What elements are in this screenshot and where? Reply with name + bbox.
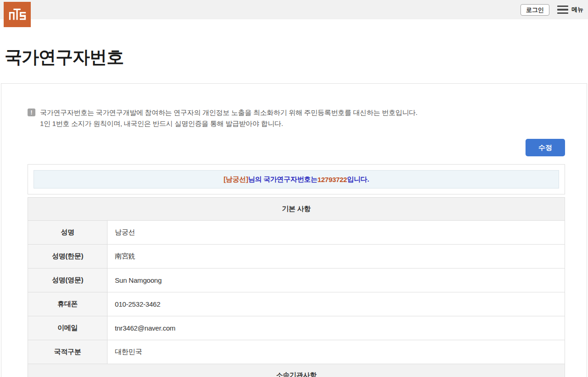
actions-row: 수정 <box>28 139 565 156</box>
researcher-number-message: [남궁선]님의 국가연구자번호는 12793722 입니다. <box>34 170 559 188</box>
row-value-name-hanja: 南宮銑 <box>107 245 565 268</box>
menu-button[interactable]: 메뉴 <box>557 6 583 14</box>
message-middle: 님의 국가연구자번호는 <box>248 175 317 184</box>
researcher-number: 12793722 <box>317 176 347 183</box>
row-label-name-english: 성명(영문) <box>28 268 107 292</box>
table-row: 성명(한문) 南宮銑 <box>28 245 565 268</box>
row-value-mobile: 010-2532-3462 <box>107 292 565 316</box>
info-notice: ! 국가연구자번호는 국가연구개발에 참여하는 연구자의 개인정보 노출을 최소… <box>28 107 565 129</box>
row-value-email: tnr3462@naver.com <box>107 316 565 340</box>
content-panel: ! 국가연구자번호는 국가연구개발에 참여하는 연구자의 개인정보 노출을 최소… <box>1 83 587 377</box>
ntis-logo[interactable] <box>4 2 31 27</box>
researcher-name: [남궁선] <box>224 175 249 184</box>
table-row: 국적구분 대한민국 <box>28 340 565 364</box>
login-button[interactable]: 로그인 <box>520 4 549 16</box>
hamburger-icon <box>557 6 568 14</box>
notice-text: 국가연구자번호는 국가연구개발에 참여하는 연구자의 개인정보 노출을 최소화하… <box>40 107 418 129</box>
menu-label: 메뉴 <box>571 6 583 14</box>
row-label-nationality: 국적구분 <box>28 340 107 364</box>
edit-button[interactable]: 수정 <box>526 139 565 156</box>
row-label-email: 이메일 <box>28 316 107 340</box>
row-label-name-hanja: 성명(한문) <box>28 245 107 268</box>
row-value-name-english: Sun Namgoong <box>107 268 565 292</box>
researcher-info-table: 기본 사항 성명 남궁선 성명(한문) 南宮銑 성명(영문) Sun Namgo… <box>28 197 565 377</box>
notice-line-2: 1인 1번호 소지가 원칙이며, 내국인은 반드시 실명인증을 통해 발급받아야… <box>40 118 418 129</box>
row-value-nationality: 대한민국 <box>107 340 565 364</box>
message-suffix: 입니다. <box>347 175 369 184</box>
notice-line-1: 국가연구자번호는 국가연구개발에 참여하는 연구자의 개인정보 노출을 최소화하… <box>40 107 418 118</box>
researcher-number-box: [남궁선]님의 국가연구자번호는 12793722 입니다. <box>28 164 565 194</box>
table-section-row: 기본 사항 <box>28 198 565 221</box>
table-section-row: 소속기관사항 <box>28 364 565 377</box>
table-row: 휴대폰 010-2532-3462 <box>28 292 565 316</box>
row-value-name: 남궁선 <box>107 221 565 245</box>
exclamation-icon: ! <box>28 109 35 116</box>
section-header-affiliation: 소속기관사항 <box>28 364 565 377</box>
row-label-name: 성명 <box>28 221 107 245</box>
ntis-logo-icon <box>8 7 27 22</box>
table-row: 성명(영문) Sun Namgoong <box>28 268 565 292</box>
top-header-bar: 로그인 메뉴 <box>0 0 588 19</box>
page-title: 국가연구자번호 <box>5 46 588 69</box>
section-header-basic: 기본 사항 <box>28 198 565 221</box>
row-label-mobile: 휴대폰 <box>28 292 107 316</box>
table-row: 이메일 tnr3462@naver.com <box>28 316 565 340</box>
table-row: 성명 남궁선 <box>28 221 565 245</box>
